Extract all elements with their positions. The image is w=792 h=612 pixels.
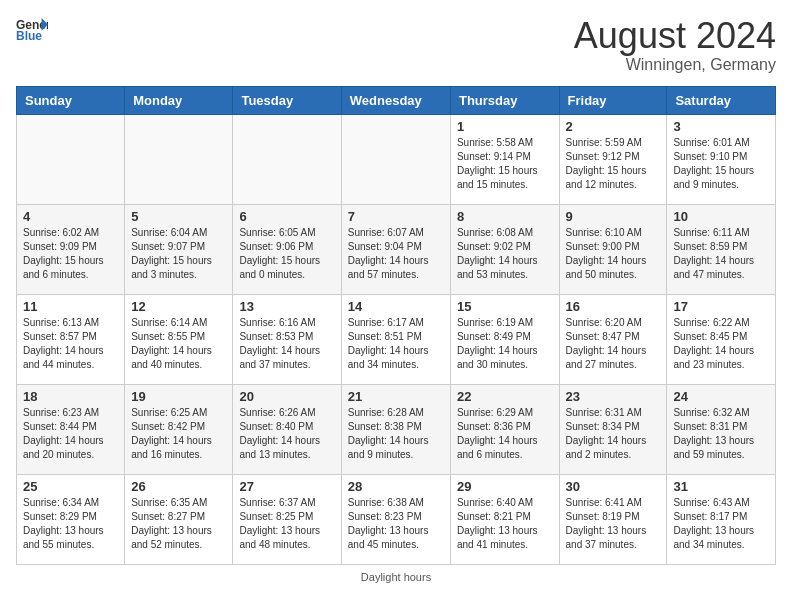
day-info: Sunrise: 5:58 AMSunset: 9:14 PMDaylight:… <box>457 136 553 192</box>
day-number: 3 <box>673 119 769 134</box>
day-info: Sunrise: 6:34 AMSunset: 8:29 PMDaylight:… <box>23 496 118 552</box>
day-number: 23 <box>566 389 661 404</box>
day-number: 11 <box>23 299 118 314</box>
day-number: 30 <box>566 479 661 494</box>
main-title: August 2024 <box>574 16 776 56</box>
day-number: 19 <box>131 389 226 404</box>
day-cell: 27Sunrise: 6:37 AMSunset: 8:25 PMDayligh… <box>233 474 341 564</box>
day-cell <box>125 114 233 204</box>
day-cell: 30Sunrise: 6:41 AMSunset: 8:19 PMDayligh… <box>559 474 667 564</box>
logo-icon: General Blue <box>16 16 48 44</box>
day-number: 2 <box>566 119 661 134</box>
week-row-4: 18Sunrise: 6:23 AMSunset: 8:44 PMDayligh… <box>17 384 776 474</box>
day-info: Sunrise: 6:14 AMSunset: 8:55 PMDaylight:… <box>131 316 226 372</box>
day-number: 13 <box>239 299 334 314</box>
day-number: 20 <box>239 389 334 404</box>
day-info: Sunrise: 6:05 AMSunset: 9:06 PMDaylight:… <box>239 226 334 282</box>
day-number: 17 <box>673 299 769 314</box>
day-cell: 1Sunrise: 5:58 AMSunset: 9:14 PMDaylight… <box>450 114 559 204</box>
day-cell: 11Sunrise: 6:13 AMSunset: 8:57 PMDayligh… <box>17 294 125 384</box>
day-info: Sunrise: 6:28 AMSunset: 8:38 PMDaylight:… <box>348 406 444 462</box>
day-cell: 12Sunrise: 6:14 AMSunset: 8:55 PMDayligh… <box>125 294 233 384</box>
day-cell: 20Sunrise: 6:26 AMSunset: 8:40 PMDayligh… <box>233 384 341 474</box>
day-info: Sunrise: 6:26 AMSunset: 8:40 PMDaylight:… <box>239 406 334 462</box>
day-cell <box>341 114 450 204</box>
day-info: Sunrise: 6:07 AMSunset: 9:04 PMDaylight:… <box>348 226 444 282</box>
day-number: 29 <box>457 479 553 494</box>
day-number: 12 <box>131 299 226 314</box>
day-cell: 13Sunrise: 6:16 AMSunset: 8:53 PMDayligh… <box>233 294 341 384</box>
day-cell: 22Sunrise: 6:29 AMSunset: 8:36 PMDayligh… <box>450 384 559 474</box>
svg-text:Blue: Blue <box>16 29 42 43</box>
footer-label: Daylight hours <box>16 571 776 583</box>
day-info: Sunrise: 6:13 AMSunset: 8:57 PMDaylight:… <box>23 316 118 372</box>
day-cell: 15Sunrise: 6:19 AMSunset: 8:49 PMDayligh… <box>450 294 559 384</box>
day-cell: 18Sunrise: 6:23 AMSunset: 8:44 PMDayligh… <box>17 384 125 474</box>
day-number: 18 <box>23 389 118 404</box>
day-cell: 2Sunrise: 5:59 AMSunset: 9:12 PMDaylight… <box>559 114 667 204</box>
day-cell: 10Sunrise: 6:11 AMSunset: 8:59 PMDayligh… <box>667 204 776 294</box>
col-header-friday: Friday <box>559 86 667 114</box>
day-cell <box>17 114 125 204</box>
day-cell: 6Sunrise: 6:05 AMSunset: 9:06 PMDaylight… <box>233 204 341 294</box>
day-info: Sunrise: 6:25 AMSunset: 8:42 PMDaylight:… <box>131 406 226 462</box>
day-info: Sunrise: 6:04 AMSunset: 9:07 PMDaylight:… <box>131 226 226 282</box>
day-info: Sunrise: 6:37 AMSunset: 8:25 PMDaylight:… <box>239 496 334 552</box>
week-row-5: 25Sunrise: 6:34 AMSunset: 8:29 PMDayligh… <box>17 474 776 564</box>
col-header-monday: Monday <box>125 86 233 114</box>
day-info: Sunrise: 6:02 AMSunset: 9:09 PMDaylight:… <box>23 226 118 282</box>
day-number: 21 <box>348 389 444 404</box>
day-info: Sunrise: 6:11 AMSunset: 8:59 PMDaylight:… <box>673 226 769 282</box>
day-info: Sunrise: 6:35 AMSunset: 8:27 PMDaylight:… <box>131 496 226 552</box>
day-info: Sunrise: 6:16 AMSunset: 8:53 PMDaylight:… <box>239 316 334 372</box>
day-number: 28 <box>348 479 444 494</box>
day-number: 8 <box>457 209 553 224</box>
day-info: Sunrise: 6:17 AMSunset: 8:51 PMDaylight:… <box>348 316 444 372</box>
day-number: 15 <box>457 299 553 314</box>
day-cell: 26Sunrise: 6:35 AMSunset: 8:27 PMDayligh… <box>125 474 233 564</box>
day-number: 24 <box>673 389 769 404</box>
day-number: 14 <box>348 299 444 314</box>
day-info: Sunrise: 6:19 AMSunset: 8:49 PMDaylight:… <box>457 316 553 372</box>
calendar-header: SundayMondayTuesdayWednesdayThursdayFrid… <box>17 86 776 114</box>
week-row-1: 1Sunrise: 5:58 AMSunset: 9:14 PMDaylight… <box>17 114 776 204</box>
day-cell: 16Sunrise: 6:20 AMSunset: 8:47 PMDayligh… <box>559 294 667 384</box>
day-number: 4 <box>23 209 118 224</box>
page-header: General Blue August 2024 Winningen, Germ… <box>16 16 776 74</box>
week-row-3: 11Sunrise: 6:13 AMSunset: 8:57 PMDayligh… <box>17 294 776 384</box>
day-cell: 8Sunrise: 6:08 AMSunset: 9:02 PMDaylight… <box>450 204 559 294</box>
day-cell: 25Sunrise: 6:34 AMSunset: 8:29 PMDayligh… <box>17 474 125 564</box>
day-number: 26 <box>131 479 226 494</box>
day-number: 22 <box>457 389 553 404</box>
day-cell: 14Sunrise: 6:17 AMSunset: 8:51 PMDayligh… <box>341 294 450 384</box>
day-info: Sunrise: 6:40 AMSunset: 8:21 PMDaylight:… <box>457 496 553 552</box>
day-cell: 28Sunrise: 6:38 AMSunset: 8:23 PMDayligh… <box>341 474 450 564</box>
col-header-sunday: Sunday <box>17 86 125 114</box>
day-cell: 24Sunrise: 6:32 AMSunset: 8:31 PMDayligh… <box>667 384 776 474</box>
logo: General Blue <box>16 16 48 44</box>
col-header-saturday: Saturday <box>667 86 776 114</box>
day-cell: 9Sunrise: 6:10 AMSunset: 9:00 PMDaylight… <box>559 204 667 294</box>
day-cell: 4Sunrise: 6:02 AMSunset: 9:09 PMDaylight… <box>17 204 125 294</box>
day-info: Sunrise: 6:20 AMSunset: 8:47 PMDaylight:… <box>566 316 661 372</box>
day-number: 5 <box>131 209 226 224</box>
day-cell: 23Sunrise: 6:31 AMSunset: 8:34 PMDayligh… <box>559 384 667 474</box>
day-number: 1 <box>457 119 553 134</box>
day-cell: 29Sunrise: 6:40 AMSunset: 8:21 PMDayligh… <box>450 474 559 564</box>
day-number: 10 <box>673 209 769 224</box>
day-number: 7 <box>348 209 444 224</box>
day-info: Sunrise: 6:29 AMSunset: 8:36 PMDaylight:… <box>457 406 553 462</box>
col-header-tuesday: Tuesday <box>233 86 341 114</box>
day-info: Sunrise: 6:41 AMSunset: 8:19 PMDaylight:… <box>566 496 661 552</box>
day-info: Sunrise: 6:22 AMSunset: 8:45 PMDaylight:… <box>673 316 769 372</box>
day-cell: 7Sunrise: 6:07 AMSunset: 9:04 PMDaylight… <box>341 204 450 294</box>
col-header-wednesday: Wednesday <box>341 86 450 114</box>
calendar-body: 1Sunrise: 5:58 AMSunset: 9:14 PMDaylight… <box>17 114 776 564</box>
day-cell <box>233 114 341 204</box>
calendar-table: SundayMondayTuesdayWednesdayThursdayFrid… <box>16 86 776 565</box>
title-block: August 2024 Winningen, Germany <box>574 16 776 74</box>
week-row-2: 4Sunrise: 6:02 AMSunset: 9:09 PMDaylight… <box>17 204 776 294</box>
day-cell: 5Sunrise: 6:04 AMSunset: 9:07 PMDaylight… <box>125 204 233 294</box>
day-cell: 31Sunrise: 6:43 AMSunset: 8:17 PMDayligh… <box>667 474 776 564</box>
day-number: 16 <box>566 299 661 314</box>
